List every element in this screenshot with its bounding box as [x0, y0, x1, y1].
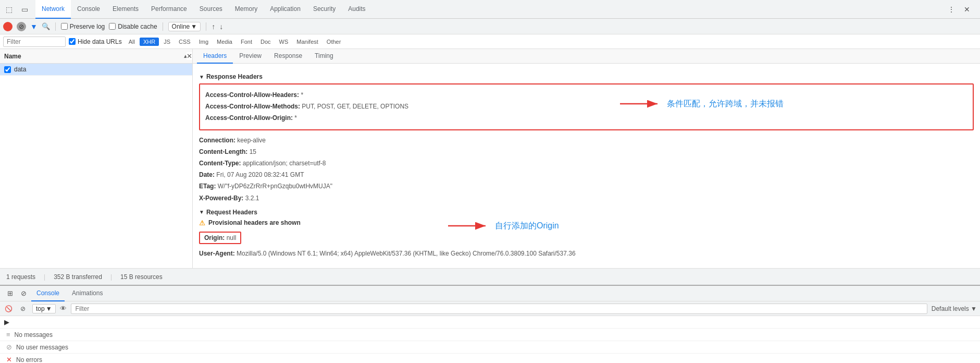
tab-sources[interactable]: Sources	[193, 0, 229, 19]
tab-performance[interactable]: Performance	[145, 0, 193, 19]
filter-tag-other[interactable]: Other	[323, 38, 345, 46]
no-user-messages-text: No user messages	[16, 344, 68, 351]
context-select[interactable]: top ▼	[32, 304, 56, 313]
acah-header: Access-Control-Allow-Headers: *	[205, 90, 967, 100]
tab-audits[interactable]: Audits	[342, 0, 371, 19]
connection-header: Connection: keep-alive	[199, 136, 974, 146]
filter-icon[interactable]: ▼	[30, 22, 38, 31]
filter-tag-all[interactable]: All	[125, 38, 139, 46]
origin-header-box: Origin: null	[199, 232, 241, 244]
cors-headers-box: Access-Control-Allow-Headers: * Access-C…	[199, 83, 974, 130]
console-no-errors: ✕ No errors	[0, 354, 980, 363]
settings-icon[interactable]: ✕	[960, 3, 974, 16]
console-filter-input[interactable]	[71, 304, 927, 314]
drawer-tab-animations[interactable]: Animations	[67, 286, 108, 301]
filter-tag-img[interactable]: Img	[195, 38, 212, 46]
search-icon[interactable]: 🔍	[42, 22, 50, 30]
tab-preview[interactable]: Preview	[233, 49, 268, 64]
content-type-header: Content-Type: application/json; charset=…	[199, 159, 974, 168]
filter-tag-css[interactable]: CSS	[175, 38, 194, 46]
tab-application[interactable]: Application	[264, 0, 307, 19]
date-header: Date: Fri, 07 Aug 2020 08:32:41 GMT	[199, 170, 974, 180]
preserve-log-label[interactable]: Preserve log	[61, 23, 105, 30]
console-prompt-arrow: ▶	[0, 316, 980, 329]
tab-console[interactable]: Console	[71, 0, 106, 19]
tab-headers[interactable]: Headers	[197, 49, 233, 64]
drawer-grid-icon[interactable]: ⊞	[4, 288, 16, 299]
inspect-icon[interactable]: ⬚	[2, 3, 16, 16]
chevron-down-icon: ▼	[46, 305, 52, 312]
headers-content: Response Headers Access-Control-Allow-He…	[193, 64, 980, 268]
bottom-drawer: ⊞ ⊘ Console Animations 🚫 ⊘ top ▼ 👁 Defau…	[0, 285, 980, 363]
filter-tag-media[interactable]: Media	[213, 38, 236, 46]
messages-icon: ≡	[6, 331, 10, 338]
tab-security[interactable]: Security	[307, 0, 342, 19]
download-icon[interactable]: ↓	[219, 22, 223, 31]
errors-icon: ✕	[6, 356, 12, 363]
filter-bar: Hide data URLs All XHR JS CSS Img Media …	[0, 34, 980, 49]
device-icon[interactable]: ▭	[18, 3, 31, 16]
tab-elements[interactable]: Elements	[106, 0, 145, 19]
more-icon[interactable]: ⋮	[945, 3, 958, 16]
response-headers-section-title: Response Headers	[199, 73, 974, 80]
upload-icon[interactable]: ↑	[212, 22, 215, 31]
filter-tag-font[interactable]: Font	[237, 38, 256, 46]
separator-2	[163, 22, 163, 31]
close-panel-icon[interactable]: ✕	[187, 52, 192, 60]
clear-button[interactable]: ⊘	[17, 22, 26, 31]
drawer-block-icon[interactable]: ⊘	[18, 288, 29, 299]
transferred-size: 352 B transferred	[54, 273, 102, 281]
network-toolbar: ⊘ ▼ 🔍 Preserve log Disable cache Online …	[0, 19, 980, 34]
drawer-tab-bar: ⊞ ⊘ Console Animations	[0, 286, 980, 301]
console-no-messages: ≡ No messages	[0, 329, 980, 341]
network-request-list: data	[0, 64, 192, 268]
tab-timing[interactable]: Timing	[308, 49, 340, 64]
record-button[interactable]	[3, 22, 13, 31]
filter-tag-xhr[interactable]: XHR	[140, 38, 159, 46]
requests-count: 1 requests	[6, 273, 35, 281]
disable-cache-checkbox[interactable]	[109, 23, 116, 30]
eye-icon[interactable]: 👁	[60, 305, 67, 312]
no-errors-text: No errors	[16, 356, 42, 364]
filter-tag-ws[interactable]: WS	[276, 38, 292, 46]
right-panel: Headers Preview Response Timing Response…	[193, 49, 980, 268]
warning-icon: ⚠	[199, 219, 205, 227]
tab-bar: ⬚ ▭ Network Console Elements Performance…	[0, 0, 980, 19]
console-messages-panel: ▶ ≡ No messages ⊘ No user messages ✕ No …	[0, 316, 980, 363]
filter-tag-doc[interactable]: Doc	[257, 38, 275, 46]
x-powered-by-header: X-Powered-By: 3.2.1	[199, 193, 974, 203]
tab-right-controls: ⋮ ✕	[945, 3, 978, 16]
preserve-log-checkbox[interactable]	[61, 23, 68, 30]
filter-tag-js[interactable]: JS	[160, 38, 174, 46]
status-bar: 1 requests | 352 B transferred | 15 B re…	[0, 268, 980, 285]
hide-data-urls-label[interactable]: Hide data URLs	[69, 38, 122, 45]
user-messages-icon: ⊘	[6, 343, 12, 351]
filter-tags: All XHR JS CSS Img Media Font Doc WS Man…	[125, 38, 345, 46]
console-no-user-messages: ⊘ No user messages	[0, 341, 980, 354]
tab-network[interactable]: Network	[35, 0, 71, 19]
disable-cache-label[interactable]: Disable cache	[109, 23, 157, 30]
network-throttle-dropdown[interactable]: Online ▼	[168, 22, 201, 31]
left-panel: Name ▲ data	[0, 49, 193, 268]
tab-bar-icons: ⬚ ▭	[2, 3, 31, 16]
filter-input[interactable]	[3, 37, 66, 47]
default-levels-dropdown[interactable]: Default levels ▼	[932, 305, 977, 312]
provisional-warning: ⚠ Provisional headers are shown	[199, 219, 974, 227]
console-block-icon[interactable]: ⊘	[18, 304, 28, 314]
tab-response[interactable]: Response	[268, 49, 308, 64]
drawer-tab-console[interactable]: Console	[31, 286, 65, 301]
acam-header: Access-Control-Allow-Methods: PUT, POST,…	[205, 102, 967, 112]
acao-header: Access-Control-Allow-Origin: *	[205, 113, 967, 123]
network-row-data[interactable]: data	[0, 64, 192, 76]
detail-tabs: Headers Preview Response Timing	[193, 49, 980, 64]
row-checkbox[interactable]	[4, 66, 11, 73]
console-clear-icon[interactable]: 🚫	[3, 304, 14, 314]
name-column-header: Name ▲	[0, 49, 192, 64]
console-toolbar: 🚫 ⊘ top ▼ 👁 Default levels ▼	[0, 301, 980, 316]
separator-1	[55, 22, 56, 31]
tab-memory[interactable]: Memory	[229, 0, 264, 19]
filter-tag-manifest[interactable]: Manifest	[293, 38, 322, 46]
content-length-header: Content-Length: 15	[199, 147, 974, 157]
no-messages-text: No messages	[15, 331, 53, 338]
hide-data-urls-checkbox[interactable]	[69, 38, 76, 45]
